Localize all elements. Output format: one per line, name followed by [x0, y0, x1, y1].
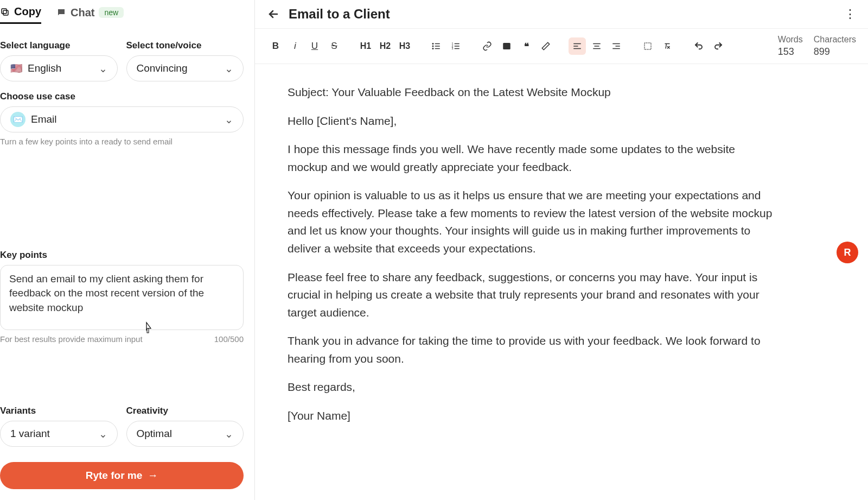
paragraph: Thank you in advance for taking the time… [288, 332, 776, 368]
tone-value: Convincing [137, 62, 188, 74]
page-title: Email to a Client [289, 7, 390, 22]
keypoints-count: 100/500 [214, 334, 244, 344]
svg-rect-1 [2, 9, 7, 14]
svg-rect-8 [455, 43, 459, 45]
language-value: English [28, 62, 61, 74]
copy-icon [0, 7, 10, 17]
highlight-button[interactable] [537, 37, 554, 55]
tone-label: Select tone/voice [126, 40, 244, 51]
email-icon: ✉️ [10, 112, 25, 127]
paragraph: [Your Name] [288, 407, 776, 425]
variants-select[interactable]: 1 variant ⌄ [0, 421, 118, 447]
chevron-down-icon: ⌄ [225, 113, 233, 126]
usecase-helper: Turn a few key points into a ready to se… [0, 137, 244, 146]
paragraph: I hope this message finds you well. We h… [288, 141, 776, 176]
ryte-button-label: Ryte for me [86, 470, 143, 482]
number-list-button[interactable]: 123 [447, 37, 464, 55]
svg-point-6 [432, 48, 434, 49]
toolbar: B i U S H1 H2 H3 123 ❝ [255, 29, 868, 64]
paragraph: Please feel free to share any feedback, … [288, 269, 776, 322]
svg-point-4 [432, 46, 434, 47]
back-button[interactable] [267, 8, 280, 21]
italic-button[interactable]: i [286, 37, 304, 55]
h2-button[interactable]: H2 [376, 37, 394, 55]
creativity-value: Optimal [137, 428, 172, 440]
svg-rect-22 [616, 46, 620, 47]
svg-rect-17 [573, 48, 581, 49]
svg-rect-10 [455, 48, 459, 49]
tone-select[interactable]: Convincing ⌄ [126, 55, 244, 81]
language-label: Select language [0, 40, 118, 51]
tab-copy-label: Copy [14, 5, 41, 18]
usecase-select[interactable]: ✉️ Email ⌄ [0, 106, 244, 132]
h3-button[interactable]: H3 [396, 37, 413, 55]
svg-point-2 [432, 43, 434, 45]
quote-button[interactable]: ❝ [518, 37, 535, 55]
chevron-down-icon: ⌄ [225, 428, 233, 440]
svg-rect-16 [573, 46, 578, 47]
more-button[interactable]: ⋮ [844, 7, 856, 21]
char-count: Characters 899 [814, 34, 856, 58]
sidebar: Copy Chat new Select language 🇺🇸 English… [0, 0, 255, 500]
keypoints-label: Key points [0, 250, 244, 261]
undo-button[interactable] [690, 37, 707, 55]
arrow-right-icon: → [148, 470, 158, 482]
image-button[interactable] [498, 37, 515, 55]
svg-rect-0 [3, 10, 8, 15]
svg-rect-14 [503, 43, 510, 49]
underline-button[interactable]: U [306, 37, 323, 55]
clear-format-button[interactable] [659, 37, 676, 55]
align-left-button[interactable] [569, 37, 586, 55]
ryte-button[interactable]: Ryte for me → [0, 462, 244, 489]
svg-rect-5 [435, 46, 440, 47]
new-badge: new [99, 7, 124, 18]
svg-rect-18 [593, 43, 601, 45]
svg-rect-21 [612, 43, 620, 45]
chevron-down-icon: ⌄ [99, 428, 107, 440]
align-right-button[interactable] [608, 37, 625, 55]
paragraph: Hello [Client's Name], [288, 112, 776, 130]
editor[interactable]: Subject: Your Valuable Feedback on the L… [255, 64, 808, 455]
strike-button[interactable]: S [326, 37, 343, 55]
fab-button[interactable]: R [837, 242, 858, 263]
keypoints-helper: For best results provide maximum input [0, 334, 143, 344]
tab-chat-label: Chat [71, 7, 94, 19]
creativity-label: Creativity [126, 406, 244, 416]
select-all-button[interactable] [639, 37, 656, 55]
usecase-value: Email [31, 113, 57, 125]
svg-rect-9 [455, 46, 459, 47]
svg-rect-15 [573, 43, 581, 45]
chevron-down-icon: ⌄ [99, 62, 107, 75]
paragraph: Your opinion is valuable to us as it hel… [288, 187, 776, 257]
creativity-select[interactable]: Optimal ⌄ [126, 421, 244, 447]
svg-rect-7 [435, 48, 440, 49]
svg-rect-23 [612, 48, 620, 49]
variants-label: Variants [0, 406, 118, 416]
align-center-button[interactable] [588, 37, 605, 55]
flag-icon: 🇺🇸 [10, 62, 22, 74]
paragraph: Best regards, [288, 378, 776, 396]
bold-button[interactable]: B [267, 37, 284, 55]
redo-button[interactable] [710, 37, 727, 55]
language-select[interactable]: 🇺🇸 English ⌄ [0, 55, 118, 81]
svg-rect-3 [435, 43, 440, 45]
chevron-down-icon: ⌄ [225, 62, 233, 75]
variants-value: 1 variant [10, 428, 50, 440]
bullet-list-button[interactable] [427, 37, 445, 55]
chat-icon [56, 8, 66, 17]
paragraph: Subject: Your Valuable Feedback on the L… [288, 84, 776, 102]
svg-text:3: 3 [452, 47, 454, 50]
word-count: Words 153 [778, 34, 803, 58]
topbar: Email to a Client ⋮ [255, 0, 868, 29]
usecase-label: Choose use case [0, 91, 244, 102]
svg-rect-20 [593, 48, 601, 49]
tabs: Copy Chat new [0, 0, 244, 30]
tab-chat[interactable]: Chat new [56, 5, 124, 24]
link-button[interactable] [478, 37, 496, 55]
tab-copy[interactable]: Copy [0, 5, 41, 24]
h1-button[interactable]: H1 [357, 37, 374, 55]
svg-rect-24 [644, 43, 651, 49]
main: Email to a Client ⋮ B i U S H1 H2 H3 123 [255, 0, 868, 500]
svg-rect-19 [595, 46, 599, 47]
keypoints-input[interactable] [0, 265, 244, 330]
